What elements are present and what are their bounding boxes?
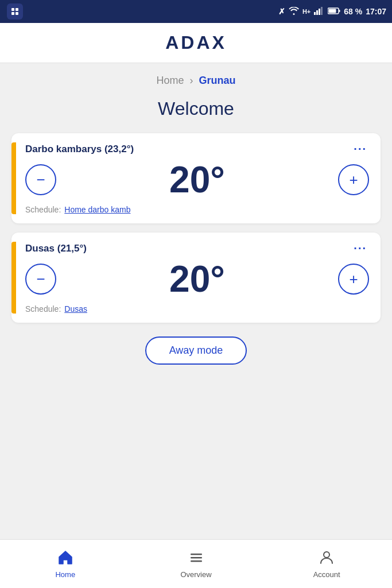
device-more-button-2[interactable]: ··· bbox=[351, 242, 369, 255]
schedule-link-2[interactable]: Dusas bbox=[64, 304, 87, 314]
battery-icon bbox=[328, 7, 340, 16]
minus-icon-2: − bbox=[36, 270, 45, 288]
clock: 17:07 bbox=[366, 7, 386, 16]
svg-rect-5 bbox=[316, 10, 318, 15]
schedule-row-1: Schedule: Home darbo kamb bbox=[25, 205, 369, 214]
status-bar: ✗ H+ 68 % bbox=[0, 0, 392, 23]
breadcrumb-current[interactable]: Grunau bbox=[199, 75, 236, 87]
decrease-temp-button-1[interactable]: − bbox=[25, 164, 56, 195]
device-name-2: Dusas (21,5°) bbox=[25, 243, 87, 254]
svg-rect-7 bbox=[321, 7, 323, 15]
plus-icon-1: + bbox=[349, 171, 358, 189]
card-body-1: Darbo kambarys (23,2°) ··· − 20° + Sched… bbox=[25, 142, 369, 214]
signal-bars-icon bbox=[314, 7, 324, 17]
temp-control-2: − 20° + bbox=[25, 261, 369, 297]
breadcrumb-home[interactable]: Home bbox=[156, 75, 184, 87]
minus-icon-1: − bbox=[36, 171, 45, 189]
svg-rect-9 bbox=[329, 9, 336, 13]
welcome-title: Welcome bbox=[11, 98, 381, 119]
nav-overview[interactable]: Overview bbox=[131, 545, 262, 583]
person-icon bbox=[319, 550, 335, 568]
schedule-row-2: Schedule: Dusas bbox=[25, 304, 369, 314]
svg-rect-4 bbox=[314, 12, 316, 15]
decrease-temp-button-2[interactable]: − bbox=[25, 264, 56, 295]
away-mode-button[interactable]: Away mode bbox=[145, 336, 247, 365]
status-right: ✗ H+ 68 % bbox=[278, 7, 386, 17]
svg-rect-12 bbox=[191, 557, 202, 559]
svg-rect-11 bbox=[191, 554, 202, 555]
nav-account-label: Account bbox=[313, 570, 340, 579]
temperature-value-1: 20° bbox=[169, 161, 225, 198]
away-mode-container: Away mode bbox=[11, 336, 381, 365]
device-card: Darbo kambarys (23,2°) ··· − 20° + Sched… bbox=[11, 133, 381, 223]
breadcrumb-separator: › bbox=[190, 75, 193, 87]
device-card-2: Dusas (21,5°) ··· − 20° + Schedule: Dusa… bbox=[11, 233, 381, 323]
svg-rect-2 bbox=[11, 12, 14, 15]
list-icon bbox=[188, 550, 204, 568]
device-more-button-1[interactable]: ··· bbox=[351, 142, 369, 156]
signal-hplus-icon: H+ bbox=[302, 8, 311, 15]
svg-rect-0 bbox=[11, 8, 14, 11]
svg-rect-6 bbox=[319, 9, 320, 15]
card-accent-2 bbox=[11, 242, 16, 314]
nav-account[interactable]: Account bbox=[261, 545, 392, 583]
app-logo: ADAX bbox=[165, 32, 227, 53]
breadcrumb: Home › Grunau bbox=[11, 75, 381, 87]
plus-icon-2: + bbox=[349, 270, 358, 288]
increase-temp-button-2[interactable]: + bbox=[338, 264, 369, 295]
increase-temp-button-1[interactable]: + bbox=[338, 164, 369, 195]
svg-rect-1 bbox=[15, 8, 18, 11]
app-icon bbox=[7, 3, 23, 20]
battery-percent: 68 % bbox=[344, 7, 362, 16]
device-name-1: Darbo kambarys (23,2°) bbox=[25, 144, 134, 155]
main-content: Home › Grunau Welcome Darbo kambarys (23… bbox=[0, 63, 392, 539]
nav-home[interactable]: Home bbox=[0, 545, 131, 583]
nav-overview-label: Overview bbox=[180, 570, 211, 579]
svg-rect-10 bbox=[339, 10, 340, 12]
app-header: ADAX bbox=[0, 23, 392, 63]
svg-rect-13 bbox=[191, 560, 202, 562]
bottom-nav: Home Overview Account bbox=[0, 539, 392, 588]
card-accent-1 bbox=[11, 142, 16, 214]
wifi-icon bbox=[289, 7, 299, 17]
schedule-label-1: Schedule: bbox=[25, 205, 61, 214]
svg-rect-3 bbox=[15, 12, 18, 15]
temp-control-1: − 20° + bbox=[25, 161, 369, 198]
card-header-2: Dusas (21,5°) ··· bbox=[25, 242, 369, 255]
svg-point-14 bbox=[324, 552, 329, 558]
card-body-2: Dusas (21,5°) ··· − 20° + Schedule: Dusa… bbox=[25, 242, 369, 314]
nav-home-label: Home bbox=[55, 570, 75, 579]
home-icon bbox=[57, 550, 73, 568]
schedule-link-1[interactable]: Home darbo kamb bbox=[64, 205, 130, 214]
schedule-label-2: Schedule: bbox=[25, 304, 61, 314]
bluetooth-icon: ✗ bbox=[278, 7, 285, 16]
card-header-1: Darbo kambarys (23,2°) ··· bbox=[25, 142, 369, 156]
status-left bbox=[7, 3, 23, 20]
temperature-value-2: 20° bbox=[169, 261, 225, 297]
